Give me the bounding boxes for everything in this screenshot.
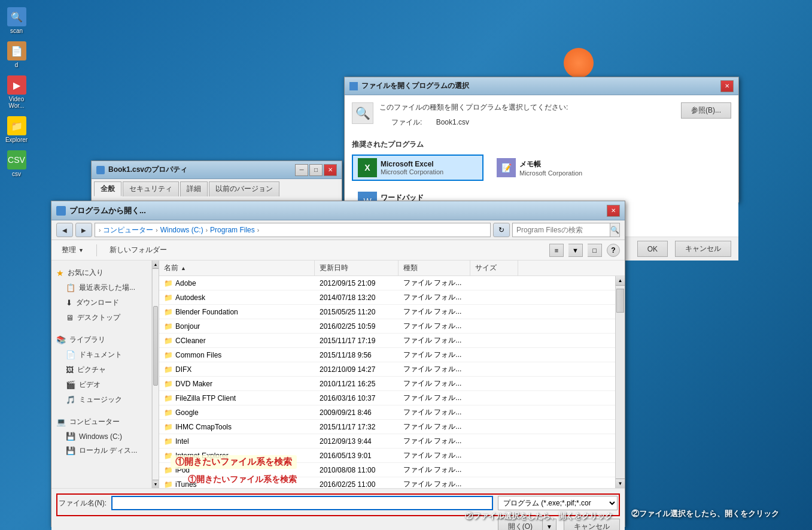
path-computer[interactable]: コンピューター [103, 225, 153, 235]
properties-tab-prev-version[interactable]: 以前のバージョン [209, 181, 279, 196]
file-cell-name: 📁Adobe [159, 278, 315, 289]
search-input[interactable] [513, 223, 610, 237]
table-row[interactable]: 📁CCleaner 2015/11/17 17:19 ファイル フォル... [159, 334, 615, 348]
file-cell-date: 2012/09/15 21:09 [315, 278, 399, 289]
table-row[interactable]: 📁iTunes 2016/02/25 11:00 ファイル フォル... [159, 477, 615, 488]
file-list[interactable]: 📁Adobe 2012/09/15 21:09 ファイル フォル... 📁Aut… [159, 276, 615, 488]
folder-icon: 📁 [164, 452, 173, 460]
table-row[interactable]: 📁Bonjour 2016/02/25 10:59 ファイル フォル... [159, 319, 615, 334]
file-chooser-prompt-text: このファイルの種類を開くプログラムを選択してください: ファイル: Book1.… [379, 102, 568, 135]
file-chooser-browse-area[interactable]: 参照(B)... [681, 102, 731, 119]
col-header-date[interactable]: 更新日時 [315, 261, 399, 275]
file-cell-date: 2010/11/21 16:25 [315, 378, 399, 389]
recommended-label: 推奨されたプログラム [352, 140, 731, 150]
sidebar-item-download[interactable]: ⬇ ダウンロード [51, 295, 151, 310]
open-dialog-controls[interactable]: ✕ [607, 205, 620, 217]
program-item-notepad[interactable]: 📝 メモ帳 Microsoft Corporation [491, 155, 622, 181]
table-row[interactable]: 📁Intel 2012/09/13 9:44 ファイル フォル... [159, 434, 615, 449]
file-chooser-titlebar: ファイルを開くプログラムの選択 ✕ [345, 77, 738, 95]
col-header-type[interactable]: 種類 [399, 261, 470, 275]
folder-icon: 📁 [164, 308, 173, 316]
sidebar-scroll-up[interactable]: ▲ [153, 261, 159, 269]
back-button[interactable]: ◀ [56, 223, 73, 237]
path-folder[interactable]: Program Files [210, 226, 255, 234]
sidebar-item-recent[interactable]: 📋 最近表示した場... [51, 280, 151, 295]
open-dialog-close-btn[interactable]: ✕ [607, 205, 620, 217]
table-row[interactable]: 📁DVD Maker 2010/11/21 16:25 ファイル フォル... [159, 377, 615, 391]
view-button-2[interactable]: ▼ [568, 244, 583, 257]
table-row[interactable]: 📁Internet Explorer 2016/05/13 9:01 ファイル … [159, 449, 615, 463]
forward-button[interactable]: ▶ [75, 223, 92, 237]
file-cell-type: ファイル フォル... [399, 435, 470, 447]
sidebar-scrollbar[interactable]: ▲ ▼ [152, 261, 159, 488]
file-chooser-controls[interactable]: ✕ [720, 80, 734, 92]
browse-button[interactable]: 参照(B)... [681, 102, 731, 119]
table-row[interactable]: 📁IHMC CmapTools 2015/11/17 17:32 ファイル フォ… [159, 420, 615, 434]
cancel-button[interactable]: キャンセル [564, 519, 620, 530]
col-header-name[interactable]: 名前 ▲ [159, 261, 315, 275]
program-item-excel[interactable]: X Microsoft Excel Microsoft Corporation [352, 155, 483, 181]
view-button-3[interactable]: □ [588, 244, 602, 257]
organize-button[interactable]: 整理 ▼ [56, 243, 89, 258]
scroll-thumb[interactable] [616, 289, 624, 313]
desktop-icon-csv[interactable]: CSV csv [2, 149, 32, 178]
properties-tab-detail[interactable]: 詳細 [180, 181, 208, 196]
scroll-down-btn[interactable]: ▼ [616, 478, 625, 488]
desktop-icon-scan[interactable]: 🔍 scan [2, 6, 32, 35]
table-row[interactable]: 📁Google 2009/09/21 8:46 ファイル フォル... [159, 405, 615, 420]
table-row[interactable]: 📁FileZilla FTP Client 2016/03/16 10:37 フ… [159, 391, 615, 405]
filename-input[interactable] [111, 496, 493, 510]
file-chooser-ok-btn[interactable]: OK [637, 241, 668, 257]
sidebar-scroll-down[interactable]: ▼ [153, 480, 159, 488]
search-box[interactable]: 🔍 [512, 223, 620, 237]
sidebar-item-music[interactable]: 🎵 ミュージック [51, 392, 151, 407]
sidebar-item-video[interactable]: 🎬 ビデオ [51, 377, 151, 392]
file-cell-date: 2014/07/18 13:20 [315, 292, 399, 303]
properties-maximize-btn[interactable]: □ [309, 164, 323, 176]
file-cell-date: 2016/05/13 9:01 [315, 450, 399, 461]
help-button[interactable]: ? [607, 244, 620, 257]
open-button[interactable]: 開く(O) [498, 519, 543, 530]
filetype-select[interactable]: プログラム (*.exe;*.pif;*.cor [498, 496, 618, 510]
col-header-size[interactable]: サイズ [470, 261, 518, 275]
scroll-up-btn[interactable]: ▲ [616, 276, 625, 286]
search-icon-btn[interactable]: 🔍 [610, 223, 619, 237]
table-row[interactable]: 📁Adobe 2012/09/15 21:09 ファイル フォル... [159, 276, 615, 290]
sidebar-item-local-disk[interactable]: 💾 ローカル ディス... [51, 443, 151, 458]
table-row[interactable]: 📁Blender Foundation 2015/05/25 11:20 ファイ… [159, 305, 615, 319]
file-cell-name: 📁Google [159, 407, 315, 418]
table-row[interactable]: 📁iPod 2010/08/08 11:00 ファイル フォル... [159, 463, 615, 477]
properties-tab-general[interactable]: 全般 [94, 181, 121, 196]
file-area: 📁Adobe 2012/09/15 21:09 ファイル フォル... 📁Aut… [159, 276, 625, 488]
open-btn-dropdown[interactable]: ▼ [543, 519, 556, 530]
desktop-icon-explorer[interactable]: 📁 Explorer [2, 115, 32, 144]
desktop-icon-video[interactable]: ▶ VideoWor... [2, 74, 32, 110]
file-chooser-close-btn[interactable]: ✕ [720, 80, 734, 92]
properties-window-controls[interactable]: ─ □ ✕ [295, 164, 337, 176]
sidebar-item-desktop[interactable]: 🖥 デスクトップ [51, 310, 151, 325]
properties-close-btn[interactable]: ✕ [324, 164, 337, 176]
desktop-icon-d[interactable]: 📄 d [2, 40, 32, 69]
file-cell-size [470, 325, 518, 328]
file-chooser-cancel-btn[interactable]: キャンセル [675, 241, 731, 257]
table-row[interactable]: 📁Common Files 2015/11/18 9:56 ファイル フォル..… [159, 348, 615, 362]
properties-tab-security[interactable]: セキュリティ [123, 181, 179, 196]
sidebar-scroll-thumb[interactable] [153, 306, 158, 386]
sidebar-item-windows-c[interactable]: 💾 Windows (C:) [51, 429, 151, 443]
list-scrollbar[interactable]: ▲ ▼ [615, 276, 625, 488]
sidebar-item-documents[interactable]: 📄 ドキュメント [51, 347, 151, 362]
file-cell-name: 📁Blender Foundation [159, 307, 315, 317]
sidebar-item-pictures[interactable]: 🖼 ピクチャ [51, 362, 151, 377]
folder-icon: 📁 [164, 466, 173, 474]
properties-minimize-btn[interactable]: ─ [295, 164, 308, 176]
music-icon: 🎵 [66, 395, 75, 404]
table-row[interactable]: 📁Autodesk 2014/07/18 13:20 ファイル フォル... [159, 290, 615, 305]
file-cell-date: 2016/03/16 10:37 [315, 393, 399, 404]
table-row[interactable]: 📁DIFX 2012/10/09 14:27 ファイル フォル... [159, 362, 615, 377]
path-drive[interactable]: Windows (C:) [160, 226, 203, 234]
new-folder-button[interactable]: 新しいフォルダー [104, 243, 172, 258]
refresh-button[interactable]: ↻ [493, 223, 510, 237]
address-path[interactable]: › コンピューター › Windows (C:) › Program Files… [95, 223, 491, 237]
file-cell-size [470, 383, 518, 385]
view-button-1[interactable]: ≡ [549, 244, 564, 257]
